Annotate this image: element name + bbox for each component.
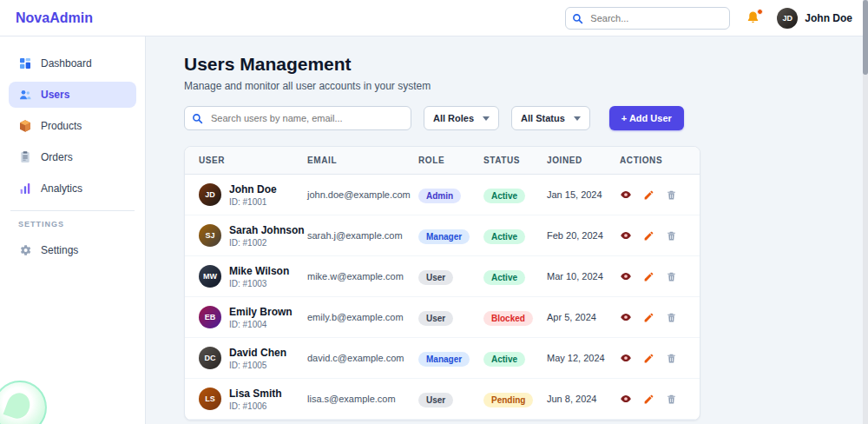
column-header-status: STATUS <box>483 156 547 165</box>
sidebar-item-products[interactable]: Products <box>9 113 136 139</box>
edit-user-button[interactable] <box>643 230 654 242</box>
user-id: ID: #1005 <box>229 361 286 370</box>
eye-icon <box>620 311 632 323</box>
dashboard-icon <box>18 56 32 70</box>
table-body: JD John Doe ID: #1001 john.doe@example.c… <box>185 175 700 420</box>
user-email: david.c@example.com <box>307 353 418 363</box>
edit-user-button[interactable] <box>643 189 654 201</box>
edit-user-button[interactable] <box>643 353 654 364</box>
table-toolbar: All Roles All Status + Add User <box>184 106 868 130</box>
search-icon <box>192 112 203 128</box>
main-content: Users Management Manage and monitor all … <box>146 36 868 424</box>
delete-user-button[interactable] <box>666 271 677 282</box>
user-email: john.doe@example.com <box>307 189 418 200</box>
table-row: MW Mike Wilson ID: #1003 mike.w@example.… <box>185 256 700 297</box>
gear-icon <box>18 243 32 257</box>
sidebar-item-label: Analytics <box>41 182 82 195</box>
sidebar-item-dashboard[interactable]: Dashboard <box>9 50 136 76</box>
view-user-button[interactable] <box>620 352 632 364</box>
user-name: Sarah Johnson <box>229 224 305 236</box>
users-search <box>184 106 411 130</box>
chevron-down-icon <box>483 116 490 121</box>
edit-user-button[interactable] <box>643 271 654 282</box>
notifications-button[interactable] <box>746 10 761 26</box>
delete-user-button[interactable] <box>666 312 677 323</box>
eye-icon <box>620 270 632 282</box>
delete-user-button[interactable] <box>666 230 677 242</box>
column-header-actions: ACTIONS <box>620 156 686 165</box>
avatar: LS <box>199 388 221 410</box>
pencil-icon <box>643 230 654 242</box>
sidebar-item-users[interactable]: Users <box>9 82 136 108</box>
user-name: Emily Brown <box>229 306 293 318</box>
user-id: ID: #1004 <box>229 320 293 329</box>
eye-icon <box>620 189 632 201</box>
status-badge: Active <box>483 229 525 244</box>
status-badge: Active <box>483 270 525 285</box>
sidebar-item-analytics[interactable]: Analytics <box>9 176 136 202</box>
pencil-icon <box>643 353 654 364</box>
edit-user-button[interactable] <box>643 394 654 405</box>
users-table: USER EMAIL ROLE STATUS JOINED ACTIONS JD… <box>184 146 700 421</box>
joined-date: Mar 10, 2024 <box>547 271 620 282</box>
column-header-role: ROLE <box>418 156 483 165</box>
products-icon <box>18 119 32 133</box>
analytics-icon <box>18 182 32 195</box>
trash-icon <box>666 394 677 405</box>
top-bar: NovaAdmin JD John Doe <box>0 0 868 36</box>
orders-icon <box>18 150 32 164</box>
bell-icon <box>746 13 760 28</box>
table-row: LS Lisa Smith ID: #1006 lisa.s@example.c… <box>185 379 700 420</box>
sidebar-item-orders[interactable]: Orders <box>9 144 136 170</box>
user-name: Lisa Smith <box>229 388 282 400</box>
joined-date: Apr 5, 2024 <box>547 312 620 322</box>
delete-user-button[interactable] <box>666 394 677 405</box>
view-user-button[interactable] <box>620 270 632 282</box>
table-row: EB Emily Brown ID: #1004 emily.b@example… <box>185 297 700 338</box>
global-search-input[interactable] <box>565 7 730 30</box>
view-user-button[interactable] <box>620 189 632 201</box>
users-search-input[interactable] <box>184 106 411 130</box>
sidebar: Dashboard Users Products Orders Analytic… <box>0 36 146 424</box>
sidebar-item-settings[interactable]: Settings <box>9 237 136 263</box>
view-user-button[interactable] <box>620 393 632 405</box>
joined-date: Jan 15, 2024 <box>547 189 620 200</box>
joined-date: Feb 20, 2024 <box>547 230 620 241</box>
trash-icon <box>666 312 677 323</box>
avatar: MW <box>199 265 221 288</box>
avatar: DC <box>199 347 221 369</box>
user-email: mike.w@example.com <box>307 271 418 282</box>
role-badge: Manager <box>418 352 470 367</box>
eye-icon <box>620 229 632 242</box>
roles-filter-dropdown[interactable]: All Roles <box>424 106 499 130</box>
sidebar-item-label: Orders <box>41 151 73 163</box>
view-user-button[interactable] <box>620 311 632 323</box>
brand-logo: NovaAdmin <box>16 10 93 26</box>
user-id: ID: #1003 <box>229 279 289 288</box>
page-title: Users Management <box>184 54 868 75</box>
trash-icon <box>666 271 677 282</box>
view-user-button[interactable] <box>620 229 632 242</box>
pencil-icon <box>643 189 654 201</box>
table-row: DC David Chen ID: #1005 david.c@example.… <box>185 338 700 379</box>
status-badge: Active <box>483 352 525 367</box>
scrollbar-thumb[interactable] <box>863 0 868 75</box>
sidebar-section-label: SETTINGS <box>9 220 136 229</box>
role-badge: Manager <box>418 229 470 244</box>
edit-user-button[interactable] <box>643 312 654 323</box>
user-avatar: JD <box>777 8 798 29</box>
user-email: emily.b@example.com <box>307 312 418 322</box>
notification-dot <box>757 9 763 15</box>
delete-user-button[interactable] <box>666 189 677 201</box>
user-menu[interactable]: JD John Doe <box>777 8 852 29</box>
avatar: EB <box>199 306 221 328</box>
role-badge: Admin <box>418 189 461 203</box>
status-filter-dropdown[interactable]: All Status <box>511 106 590 130</box>
scrollbar-track[interactable] <box>863 0 868 424</box>
page-subtitle: Manage and monitor all user accounts in … <box>184 80 868 92</box>
joined-date: May 12, 2024 <box>547 353 620 363</box>
delete-user-button[interactable] <box>666 353 677 364</box>
user-id: ID: #1006 <box>229 401 282 411</box>
add-user-button[interactable]: + Add User <box>609 106 684 130</box>
status-badge: Blocked <box>483 311 533 326</box>
